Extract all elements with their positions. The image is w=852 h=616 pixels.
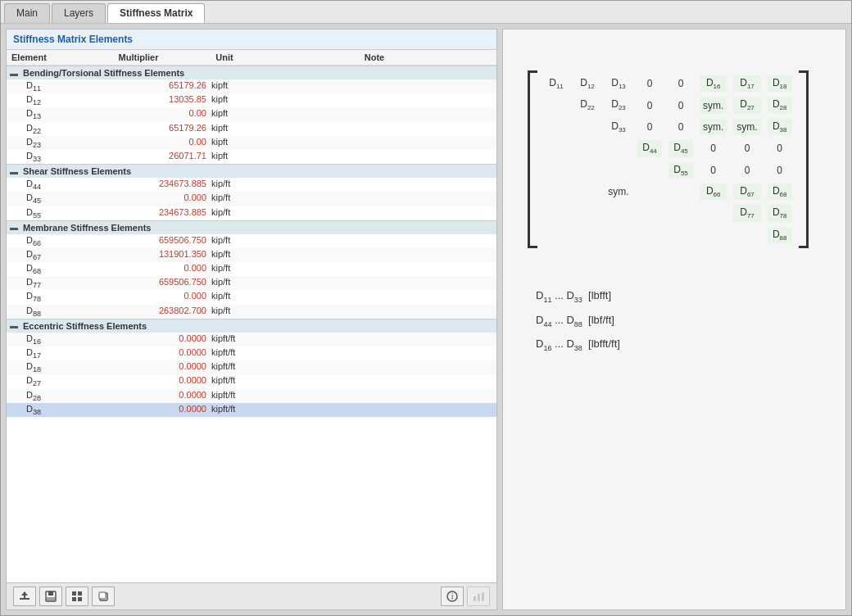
import-button[interactable] [13,587,36,606]
row-d78[interactable]: D78 0.000 kip/ft [7,290,496,304]
tab-stiffness-matrix[interactable]: Stiffness Matrix [107,3,205,23]
unit-d77: kip/ft [206,277,272,289]
legend: D11 ... D33 [lbfft] D44 ... D88 [lbf/ft]… [536,289,620,352]
note-d88 [272,306,492,318]
note-d77 [272,277,492,289]
tab-main[interactable]: Main [4,3,50,23]
section-shear[interactable]: ▬ Shear Stiffness Elements [7,164,496,178]
row-d12[interactable]: D12 13035.85 kipft [7,93,496,107]
grid-button[interactable] [66,587,88,606]
unit-d16: kipft/ft [206,333,272,346]
cell-empty-15 [544,205,569,221]
legend-item-1: D11 ... D33 [lbfft] [536,289,620,304]
note-d22 [272,123,492,135]
value-d13: 0.00 [100,108,206,120]
collapse-icon-membrane[interactable]: ▬ [10,223,18,232]
value-d17: 0.0000 [100,347,206,360]
row-d68[interactable]: D68 0.000 kip/ft [7,262,496,276]
svg-rect-13 [474,596,476,601]
unit-d68: kip/ft [206,263,272,275]
cell-d18: D18 [768,75,792,92]
cell-empty-16 [575,205,600,221]
svg-rect-3 [48,591,53,596]
note-d67 [272,249,492,261]
svg-rect-6 [78,591,82,596]
cell-d28: D28 [768,97,792,113]
section-membrane[interactable]: ▬ Membrane Stiffness Elements [7,220,496,234]
row-d44[interactable]: D44 234673.885 kip/ft [7,178,496,192]
footer-right-buttons: i [441,587,490,606]
row-d13[interactable]: D13 0.00 kipft [7,107,496,121]
svg-rect-15 [482,592,484,601]
cell-0-11: 0 [733,162,760,179]
cell-d27: D27 [733,97,760,113]
cell-0-8: 0 [733,140,760,156]
unit-d88: kip/ft [206,306,272,318]
unit-d38: kipft/ft [206,404,272,416]
cell-d16: D16 [700,75,727,92]
cell-empty-6 [606,140,631,156]
unit-d23: kipft [206,137,272,149]
row-d45[interactable]: D45 0.000 kip/ft [7,192,496,206]
value-d11: 65179.26 [100,80,206,93]
row-d33[interactable]: D33 26071.71 kipft [7,150,496,164]
cell-0-10: 0 [700,162,727,179]
section-bending[interactable]: ▬ Bending/Torsional Stiffness Elements [7,66,496,79]
cell-empty-27 [733,227,760,243]
value-d33: 26071.71 [100,151,206,163]
right-panel: D11 D12 D13 0 0 D16 D17 D18 D22 D [502,29,846,610]
chart-button[interactable] [467,587,490,606]
note-d78 [272,291,492,303]
cell-d67: D67 [733,183,760,200]
value-d23: 0.00 [100,137,206,149]
save-button[interactable] [39,587,62,606]
footer-left-buttons [13,587,115,606]
row-d66[interactable]: D66 659506.750 kip/ft [7,234,496,248]
legend-item-2: D44 ... D88 [lbf/ft] [536,314,620,328]
row-d23[interactable]: D23 0.00 kipft [7,136,496,150]
value-d18: 0.0000 [100,361,206,374]
cell-empty-11 [544,183,569,200]
value-d77: 659506.750 [100,277,206,289]
value-d22: 65179.26 [100,123,206,135]
collapse-icon-eccentric[interactable]: ▬ [10,321,18,330]
row-d38[interactable]: D38 0.0000 kipft/ft [7,403,496,417]
collapse-icon-shear[interactable]: ▬ [10,167,18,176]
matrix-diagram: D11 D12 D13 0 0 D16 D17 D18 D22 D [528,70,809,248]
cell-empty-8 [575,162,600,179]
element-d18: D18 [26,361,100,374]
section-eccentric[interactable]: ▬ Eccentric Stiffness Elements [7,319,496,333]
value-d67: 131901.350 [100,249,206,261]
tab-layers[interactable]: Layers [52,3,106,23]
svg-rect-5 [72,591,76,596]
row-d28[interactable]: D28 0.0000 kipft/ft [7,389,496,403]
note-d12 [272,94,492,106]
svg-rect-10 [99,592,106,599]
matrix-table: D11 D12 D13 0 0 D16 D17 D18 D22 D [537,70,799,248]
element-d22: D22 [26,123,100,135]
cell-empty-25 [668,227,693,243]
collapse-icon-bending[interactable]: ▬ [10,69,18,78]
cell-empty-19 [668,205,693,221]
info-button[interactable]: i [441,587,464,606]
row-d77[interactable]: D77 659506.750 kip/ft [7,276,496,290]
row-d67[interactable]: D67 131901.350 kip/ft [7,248,496,262]
cell-empty-4 [544,140,569,156]
value-d88: 263802.700 [100,306,206,318]
row-d16[interactable]: D16 0.0000 kipft/ft [7,333,496,346]
copy-button[interactable] [92,587,115,606]
row-d88[interactable]: D88 263802.700 kip/ft [7,305,496,319]
row-d18[interactable]: D18 0.0000 kipft/ft [7,360,496,374]
row-d22[interactable]: D22 65179.26 kipft [7,122,496,136]
cell-empty-2 [544,119,569,135]
legend-item-3: D16 ... D38 [lbfft/ft] [536,337,620,352]
row-d55[interactable]: D55 234673.885 kip/ft [7,206,496,220]
row-d17[interactable]: D17 0.0000 kipft/ft [7,346,496,360]
element-d44: D44 [26,179,100,191]
col-multiplier: Multiplier [85,52,192,62]
cell-0-1: 0 [637,75,662,92]
unit-d44: kip/ft [206,179,272,191]
cell-0-3: 0 [637,97,662,113]
row-d11[interactable]: D11 65179.26 kipft [7,79,496,93]
row-d27[interactable]: D27 0.0000 kipft/ft [7,374,496,388]
